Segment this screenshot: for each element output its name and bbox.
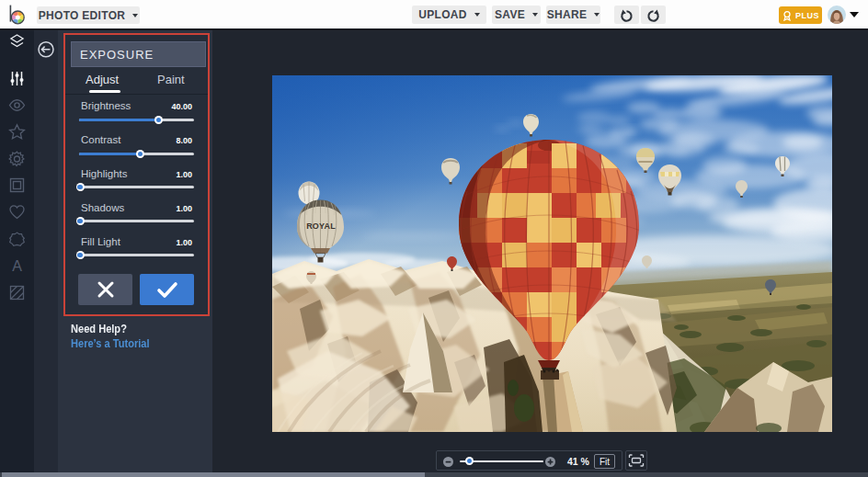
svg-text:ROYAL: ROYAL [306,221,336,231]
svg-text:A: A [12,258,22,274]
